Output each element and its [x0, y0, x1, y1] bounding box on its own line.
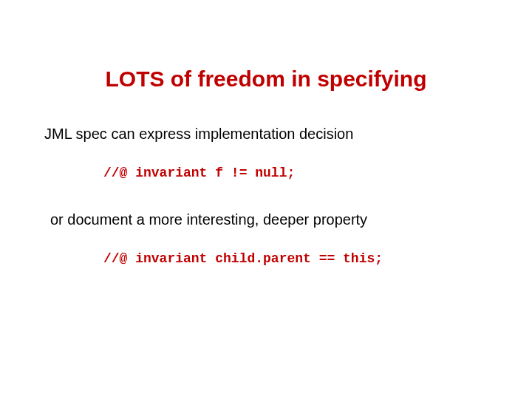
slide-title: LOTS of freedom in specifying	[0, 66, 532, 92]
slide: LOTS of freedom in specifying JML spec c…	[0, 0, 532, 399]
code-snippet-2: //@ invariant child.parent == this;	[103, 251, 383, 266]
body-text-2: or document a more interesting, deeper p…	[50, 211, 367, 228]
body-text-1: JML spec can express implementation deci…	[44, 126, 353, 143]
code-snippet-1: //@ invariant f != null;	[103, 166, 295, 180]
